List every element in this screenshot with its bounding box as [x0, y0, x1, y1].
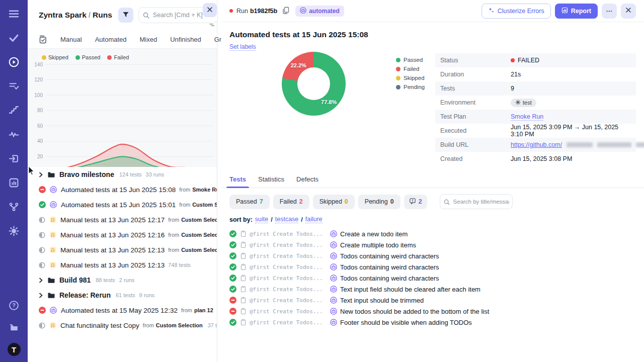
- test-suite-label: @first Create Todos...: [250, 275, 326, 282]
- test-status-passed-icon: [229, 241, 236, 248]
- robot-icon: [300, 7, 306, 15]
- test-status-passed-icon: [229, 252, 236, 259]
- run-detail-header: Run b1982f5b automated Clusterize Errors…: [221, 0, 644, 22]
- breadcrumb-project[interactable]: Zyntra Spark: [39, 11, 87, 19]
- import-icon[interactable]: [8, 152, 21, 165]
- breadcrumb[interactable]: Zyntra Spark/Runs: [39, 11, 112, 20]
- help-icon[interactable]: ?: [8, 299, 21, 312]
- bar-chart-icon[interactable]: [8, 176, 21, 189]
- chevron-right-icon[interactable]: [39, 278, 43, 283]
- donut-percentage-label: 77.8%: [321, 99, 337, 105]
- detail-row-status: Status FAILED: [435, 53, 636, 67]
- run-row[interactable]: Chat functinality test Copy from Custom …: [28, 318, 217, 333]
- close-icon: [625, 7, 631, 15]
- set-labels-link[interactable]: Set labels: [229, 43, 256, 51]
- sparkles-icon: [488, 7, 495, 15]
- chevron-right-icon[interactable]: [39, 293, 43, 298]
- steps-icon[interactable]: [8, 104, 21, 117]
- test-row[interactable]: @first Create Todos... Create multiple t…: [229, 239, 636, 250]
- run-status-dot: [229, 9, 233, 13]
- filter-button[interactable]: [118, 8, 133, 23]
- report-button[interactable]: Report: [555, 4, 598, 19]
- collapse-handle-icon[interactable]: [209, 20, 215, 29]
- clipboard-icon: [240, 275, 247, 282]
- folders-icon[interactable]: [8, 321, 21, 334]
- manual-run-icon: [49, 216, 56, 223]
- run-row[interactable]: Manual tests at 13 Jun 2025 12:16 from C…: [28, 227, 217, 242]
- tests-search-input[interactable]: [440, 194, 513, 209]
- test-title: Text input field should be cleared after…: [340, 286, 480, 293]
- run-row[interactable]: Manual tests at 13 Jun 2025 12:13 748 te…: [28, 257, 217, 273]
- test-row[interactable]: @first Create Todos... Todos containing …: [229, 261, 636, 273]
- legend-pending: Pending: [396, 84, 425, 90]
- tab-mixed[interactable]: Mixed: [140, 36, 157, 43]
- test-title: Todos containing weird characters: [340, 252, 439, 260]
- menu-icon[interactable]: [8, 7, 21, 20]
- chevron-right-icon[interactable]: [39, 172, 43, 177]
- test-status-failed-icon: [229, 308, 236, 315]
- copy-run-id-button[interactable]: [281, 6, 290, 17]
- run-type-badge[interactable]: automated: [295, 6, 344, 17]
- close-panel-button[interactable]: [203, 3, 217, 17]
- breadcrumb-section[interactable]: Runs: [93, 11, 112, 19]
- app-logo[interactable]: T: [8, 343, 21, 356]
- tab-tests[interactable]: Tests: [229, 175, 246, 188]
- detail-row-test-plan: Test Plan Smoke Run: [435, 110, 636, 124]
- test-status-passed-icon: [229, 286, 236, 293]
- ellipsis-icon: ⋯: [606, 7, 613, 15]
- test-suite-label: @first Create Todos...: [250, 297, 326, 304]
- tab-unfinished[interactable]: Unfinished: [170, 36, 201, 43]
- chip-pending[interactable]: Pending0: [358, 195, 400, 209]
- select-all-icon[interactable]: [39, 35, 47, 44]
- svg-text:40: 40: [37, 138, 43, 144]
- chip-comments[interactable]: 2: [404, 195, 427, 209]
- test-row[interactable]: @first Create Todos... Text input should…: [229, 295, 636, 306]
- run-folder-row[interactable]: Build 981 88 tests 2 runs: [28, 273, 217, 288]
- chip-skipped[interactable]: Skipped0: [313, 195, 355, 209]
- chip-failed[interactable]: Failed2: [273, 195, 309, 209]
- check-icon[interactable]: [8, 31, 21, 44]
- tab-defects[interactable]: Defects: [296, 175, 318, 188]
- build-url-link[interactable]: https://github.com/: [511, 141, 562, 148]
- sort-by-failure[interactable]: failure: [305, 216, 323, 223]
- run-overview: 77.8%22.2% Passed Failed Skipped Pending…: [221, 51, 644, 170]
- legend-passed: Passed: [75, 54, 101, 60]
- runs-panel: Zyntra Spark/Runs Manual Automated Mixed…: [28, 0, 217, 362]
- list-check-icon[interactable]: [8, 79, 21, 93]
- pulse-icon[interactable]: [8, 128, 21, 141]
- status-passed-icon: [39, 201, 46, 208]
- sort-by-suite[interactable]: suite: [255, 216, 268, 223]
- branch-icon[interactable]: [8, 200, 21, 213]
- tab-automated[interactable]: Automated: [95, 36, 127, 43]
- robot-icon: [330, 275, 337, 282]
- sort-by-testcase[interactable]: testcase: [275, 216, 299, 223]
- test-row[interactable]: @first Create Todos... Todos containing …: [229, 250, 636, 261]
- run-row[interactable]: Automated tests at 15 May 2025 12:32 fro…: [28, 303, 217, 318]
- comment-icon: [409, 198, 416, 206]
- run-folder-row[interactable]: Bravo milestone 124 tests 33 runs: [28, 167, 217, 182]
- tab-manual[interactable]: Manual: [60, 36, 82, 43]
- tab-statistics[interactable]: Statistics: [258, 175, 284, 188]
- chip-passed[interactable]: Passed7: [229, 195, 270, 209]
- more-options-button[interactable]: ⋯: [602, 4, 617, 19]
- run-row[interactable]: Manual tests at 13 Jun 2025 12:13 from C…: [28, 242, 217, 257]
- run-row[interactable]: Automated tests at 15 Jun 2025 15:01 fro…: [28, 197, 217, 212]
- test-row[interactable]: @first Create Todos... Text input field …: [229, 284, 636, 295]
- close-run-button[interactable]: [621, 4, 636, 19]
- funnel-icon: [122, 11, 129, 20]
- run-row[interactable]: Automated tests at 15 Jun 2025 15:08 fro…: [28, 182, 217, 197]
- gear-icon[interactable]: [8, 224, 21, 237]
- run-folder-row[interactable]: Release: Rerun 61 tests 9 runs: [28, 288, 217, 303]
- test-plan-link[interactable]: Smoke Run: [511, 113, 543, 121]
- legend-skipped: Skipped: [396, 75, 425, 81]
- redacted-text: [567, 142, 593, 147]
- run-id: b1982f5b: [250, 8, 277, 15]
- run-row[interactable]: Manual tests at 13 Jun 2025 12:17 from C…: [28, 212, 217, 227]
- play-circle-icon[interactable]: [8, 55, 21, 68]
- clusterize-errors-button[interactable]: Clusterize Errors: [481, 4, 551, 19]
- test-row[interactable]: @first Create Todos... Create a new todo…: [229, 228, 636, 239]
- test-row[interactable]: @first Create Todos... Footer should be …: [229, 317, 636, 328]
- redacted-text: [597, 142, 631, 147]
- test-row[interactable]: @first Create Todos... Todos containing …: [229, 273, 636, 284]
- test-row[interactable]: @first Create Todos... New todos should …: [229, 306, 636, 317]
